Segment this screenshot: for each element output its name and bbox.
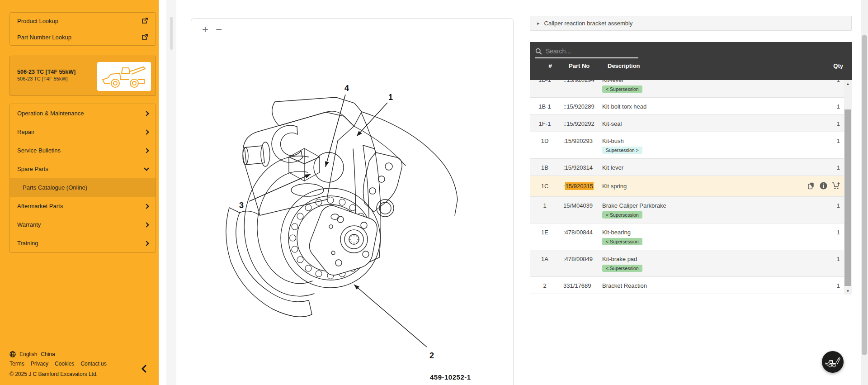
parts-table-row[interactable]: 1C :15/920315 Kit spring	[530, 176, 844, 197]
parts-table-header: # Part No Description Qty	[530, 42, 852, 80]
info-icon[interactable]	[820, 182, 827, 190]
part-number: 15/M04039	[560, 202, 602, 209]
parts-table-row[interactable]: 1F-1 ::15/920292 Kit-seal 1	[530, 115, 844, 132]
sidebar-menu-item[interactable]: Spare Parts	[10, 160, 156, 178]
sidebar-menu-item[interactable]: Warranty	[10, 215, 156, 234]
sidebar-menu-item-label: Operation & Maintenance	[17, 110, 84, 117]
machine-thumbnail	[97, 62, 151, 91]
part-qty-cell: 1	[803, 80, 844, 83]
legal-link[interactable]: Terms	[9, 361, 24, 367]
machine-card[interactable]: 506-23 TC [T4F 55kW] 506-23 TC [T4F 55kW…	[9, 56, 156, 96]
parts-table-row[interactable]: 1B-1 ::15/920289 Kit-bolt torx head 1	[530, 98, 844, 115]
part-qty: 1	[837, 202, 840, 209]
part-qty-cell: 1	[803, 202, 844, 209]
supersession-badge[interactable]: < Supersession	[602, 265, 642, 272]
parts-table-body: 1D-1 ::15/920294 Kit-lever < Supersessio…	[530, 80, 844, 294]
sidebar-menu-item[interactable]: Operation & Maintenance	[10, 104, 156, 123]
parts-table-row[interactable]: 1E :478/00844 Kit-bearing < Supersession…	[530, 223, 844, 250]
jcb-digger-icon	[825, 356, 840, 368]
part-ref: 2	[530, 282, 560, 289]
parts-table-row[interactable]: 1D :15/920293 Kit-bush Supersession > 1	[530, 132, 844, 159]
part-number: ::15/920289	[560, 103, 602, 110]
part-qty-cell: 1	[803, 138, 844, 144]
content-scrollbar-track	[166, 0, 176, 385]
part-description: Kit-bolt torx head	[602, 103, 646, 110]
part-description: Bracket Reaction	[602, 282, 647, 289]
part-ref: 1F-1	[530, 120, 560, 127]
part-qty: 1	[837, 80, 840, 83]
part-qty: 1	[837, 282, 840, 289]
copyright-text: © 2025 J C Bamford Excavators Ltd.	[9, 371, 98, 377]
external-link-icon	[141, 17, 148, 24]
sidebar-menu-item[interactable]: Training	[10, 234, 156, 252]
part-qty-cell: 1	[803, 256, 844, 262]
part-description: Kit lever	[602, 164, 623, 171]
part-number: :15/920315	[560, 183, 602, 190]
supersession-badge[interactable]: Supersession >	[602, 147, 642, 154]
sidebar-collapse-button[interactable]	[139, 363, 150, 374]
lookup-item[interactable]: Part Number Lookup	[10, 29, 156, 45]
part-description: Kit-lever	[602, 80, 624, 83]
supersession-badge[interactable]: < Supersession	[602, 86, 642, 93]
parts-list-scrollbar-thumb[interactable]	[844, 109, 851, 286]
sidebar-menu-item[interactable]: Service Bulletins	[10, 141, 156, 160]
part-qty: 1	[837, 164, 840, 171]
parts-list-viewport: 1D-1 ::15/920294 Kit-lever < Supersessio…	[530, 80, 852, 295]
chevron-icon	[144, 204, 149, 209]
part-ref: 1B	[530, 164, 560, 171]
column-qty: Qty	[806, 62, 846, 69]
parts-list-scrollbar: ▲ ▼	[844, 80, 852, 295]
part-number: :15/920293	[560, 138, 602, 144]
lookup-item[interactable]: Product Lookup	[10, 13, 156, 29]
scroll-down-button[interactable]: ▼	[844, 287, 852, 295]
zoom-out-button[interactable]: −	[216, 24, 222, 35]
part-description-cell: Kit-bush Supersession >	[602, 138, 803, 154]
part-qty-cell: 1	[803, 282, 844, 289]
parts-table-row[interactable]: 1B :15/920314 Kit lever 1	[530, 159, 844, 176]
search-input[interactable]	[546, 48, 632, 55]
page-scrollbar-thumb[interactable]	[862, 35, 867, 355]
assembly-title: Caliper reaction bracket assembly	[544, 20, 633, 27]
parts-search	[535, 48, 638, 58]
legal-link[interactable]: Privacy	[31, 361, 48, 367]
zoom-in-button[interactable]: +	[202, 24, 208, 35]
add-to-cart-icon[interactable]	[832, 182, 840, 190]
assembly-header[interactable]: ▸ Caliper reaction bracket assembly	[530, 16, 852, 31]
legal-link[interactable]: Contact us	[80, 361, 106, 367]
language-link[interactable]: English	[19, 351, 37, 357]
part-qty: 1	[837, 229, 840, 236]
globe-icon	[9, 351, 16, 357]
lookup-card: Product Lookup Part Number Lookup	[9, 12, 156, 46]
sidebar-menu-item-label: Aftermarket Parts	[17, 203, 63, 209]
parts-table-row[interactable]: 1 15/M04039 Brake Caliper Parkbrake < Su…	[530, 197, 844, 223]
part-description-cell: Kit lever	[602, 164, 803, 171]
sidebar-menu-item[interactable]: Aftermarket Parts	[10, 197, 156, 215]
parts-table-row[interactable]: 1A :478/00849 Kit-brake pad < Supersessi…	[530, 250, 844, 277]
scroll-up-button[interactable]: ▲	[844, 80, 852, 87]
chevron-left-icon	[139, 363, 150, 374]
parts-table-row[interactable]: 2 331/17689 Bracket Reaction 1	[530, 277, 844, 294]
sidebar-menu-item[interactable]: Repair	[10, 123, 156, 141]
parts-table-row[interactable]: 1D-1 ::15/920294 Kit-lever < Supersessio…	[530, 80, 844, 98]
exploded-parts-diagram[interactable]: 4 1 3 2	[195, 58, 511, 375]
copy-icon[interactable]	[807, 182, 815, 190]
part-ref: 1C	[530, 183, 560, 190]
part-description-cell: Kit-lever < Supersession	[602, 80, 803, 93]
part-qty-cell	[803, 183, 844, 190]
legal-link[interactable]: Cookies	[55, 361, 74, 367]
sidebar-menu-item[interactable]: Parts Catalogue (Online)	[10, 178, 156, 197]
supersession-badge[interactable]: < Supersession	[602, 238, 642, 245]
sidebar-menu-item-label: Warranty	[17, 221, 41, 228]
row-action-icons	[807, 182, 840, 190]
supersession-badge[interactable]: < Supersession	[602, 211, 642, 219]
legal-links-row: TermsPrivacyCookiesContact us	[9, 361, 107, 367]
part-description-cell: Kit-bolt torx head	[602, 103, 803, 110]
sidebar-menu-item-label: Repair	[17, 128, 34, 135]
language-link[interactable]: China	[41, 351, 55, 357]
callout-2: 2	[429, 351, 434, 360]
chevron-icon	[144, 241, 149, 246]
jcb-chat-button[interactable]	[822, 351, 844, 373]
part-qty-cell: 1	[803, 164, 844, 171]
content-scrollbar-thumb[interactable]	[170, 17, 173, 50]
sidebar-menu: Operation & Maintenance Repair Service B…	[9, 104, 156, 253]
